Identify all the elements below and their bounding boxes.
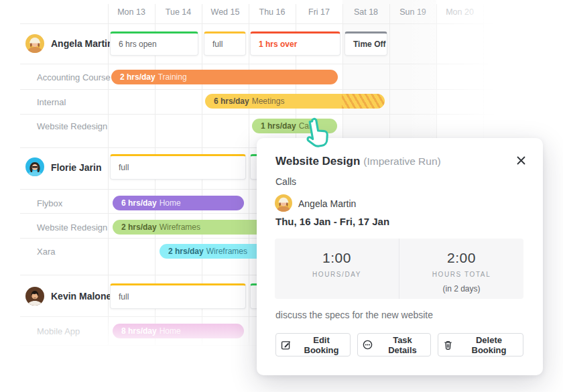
row-divider <box>20 114 499 115</box>
edit-booking-button[interactable]: Edit Booking <box>275 333 351 356</box>
booking-bar-meetings[interactable]: 6 hrs/day Meetings <box>205 94 385 109</box>
avatar[interactable] <box>25 157 44 176</box>
avatar-angela-icon <box>275 194 292 212</box>
availability-cell[interactable]: Time Off <box>345 31 387 56</box>
booking-hours: 2 hrs/day <box>121 222 157 232</box>
row-divider <box>20 64 499 64</box>
availability-cell[interactable]: 1 hrs over <box>250 31 340 56</box>
booking-description: discuss the specs for the new website <box>275 310 433 320</box>
booking-details-popup: Website Design(Imperative Run) Calls Ang… <box>257 138 543 375</box>
availability-cell[interactable]: full <box>110 283 246 309</box>
trash-icon <box>442 339 454 350</box>
person-name[interactable]: Kevin Malone <box>51 291 111 302</box>
availability-label: full <box>119 292 129 302</box>
availability-cell[interactable]: full <box>110 154 246 180</box>
delete-booking-label: Delete Booking <box>459 335 519 355</box>
day-header: Sat 18 <box>342 7 389 17</box>
day-header: Wed 15 <box>202 7 249 17</box>
booking-task: Home <box>160 326 181 336</box>
avatar[interactable] <box>25 287 44 306</box>
avatar[interactable] <box>25 34 44 53</box>
availability-cell[interactable]: full <box>204 31 246 56</box>
booking-bar-home[interactable]: 6 hrs/day Home <box>113 196 244 210</box>
hours-total-value: 2:00 <box>399 250 523 266</box>
availability-label: 1 hrs over <box>259 40 297 49</box>
edit-icon <box>280 339 292 350</box>
day-header: Thu 16 <box>249 7 296 17</box>
popup-title: Website Design(Imperative Run) <box>275 155 441 168</box>
avatar-florie-icon <box>25 157 44 176</box>
project-label[interactable]: Mobile App <box>37 326 80 336</box>
hours-per-day-label: HOURS/DAY <box>275 271 399 278</box>
booking-bar-calls[interactable]: 1 hrs/day Calls <box>252 119 337 133</box>
project-label[interactable]: Website Redesign <box>37 121 107 131</box>
avatar-kevin-icon <box>25 287 44 306</box>
availability-cell[interactable]: 6 hrs open <box>110 31 198 56</box>
person-name[interactable]: Florie Jarin <box>51 162 101 173</box>
booking-bar-training[interactable]: 2 hrs/day Training <box>111 70 338 84</box>
booking-hours: 2 hrs/day <box>168 247 204 256</box>
project-title-suffix: (Imperative Run) <box>363 155 440 167</box>
booking-task: Home <box>160 198 181 208</box>
booking-task: Wireframes <box>206 247 247 256</box>
booking-hours: 6 hrs/day <box>121 198 157 208</box>
booking-date-range: Thu, 16 Jan - Fri, 17 Jan <box>275 216 389 227</box>
hours-total-label: HOURS TOTAL <box>399 271 523 278</box>
project-title: Website Design <box>275 155 360 168</box>
booking-hours: 6 hrs/day <box>214 96 249 106</box>
assignee-name: Angela Martin <box>298 198 356 209</box>
ellipsis-circle-icon <box>362 339 373 350</box>
project-label[interactable]: Accounting Course <box>37 72 111 82</box>
project-label[interactable]: Internal <box>37 97 66 107</box>
grid-line <box>249 4 249 345</box>
close-icon[interactable] <box>515 154 527 166</box>
task-details-button[interactable]: Task Details <box>357 333 431 356</box>
booking-task: Calls <box>299 121 317 131</box>
hours-per-day-value: 1:00 <box>275 250 399 266</box>
availability-label: full <box>119 163 129 172</box>
booking-task: Wireframes <box>160 222 200 232</box>
person-name[interactable]: Angela Martin <box>51 38 113 49</box>
hours-total-note: (in 2 days) <box>399 284 523 293</box>
day-header: Tue 14 <box>155 7 202 17</box>
row-divider <box>20 89 499 90</box>
project-label[interactable]: Xara <box>37 247 55 257</box>
booking-hours: 8 hrs/day <box>121 326 157 336</box>
day-header: Mon 13 <box>108 7 155 17</box>
availability-label: Time Off <box>353 40 385 49</box>
tentative-hatch-pattern <box>342 94 385 109</box>
booking-stats: 1:00 HOURS/DAY 2:00 HOURS TOTAL (in 2 da… <box>275 239 523 299</box>
availability-label: 6 hrs open <box>119 40 157 49</box>
hours-per-day-stat: 1:00 HOURS/DAY <box>275 239 399 299</box>
availability-label: full <box>212 40 223 49</box>
project-label[interactable]: Website Redesign <box>37 222 107 233</box>
booking-bar-home[interactable]: 8 hrs/day Home <box>113 324 244 338</box>
booking-task: Training <box>158 72 187 82</box>
popup-task-name: Calls <box>275 176 296 187</box>
avatar <box>275 194 292 212</box>
hours-total-stat: 2:00 HOURS TOTAL (in 2 days) <box>399 239 523 299</box>
resource-scheduler: Mon 13 Tue 14 Wed 15 Thu 16 Fri 17 Sat 1… <box>0 0 563 392</box>
day-header: Sun 19 <box>389 7 436 17</box>
day-header: Fri 17 <box>296 7 342 17</box>
booking-hours: 1 hrs/day <box>261 121 296 131</box>
booking-task: Meetings <box>252 96 285 106</box>
booking-hours: 2 hrs/day <box>120 72 155 82</box>
edit-booking-label: Edit Booking <box>297 335 346 355</box>
delete-booking-button[interactable]: Delete Booking <box>438 333 523 356</box>
day-header: Mon 20 <box>436 7 483 17</box>
avatar-angela-icon <box>25 34 44 53</box>
row-divider <box>20 23 499 24</box>
project-label[interactable]: Flybox <box>37 198 62 208</box>
task-details-label: Task Details <box>379 335 426 355</box>
